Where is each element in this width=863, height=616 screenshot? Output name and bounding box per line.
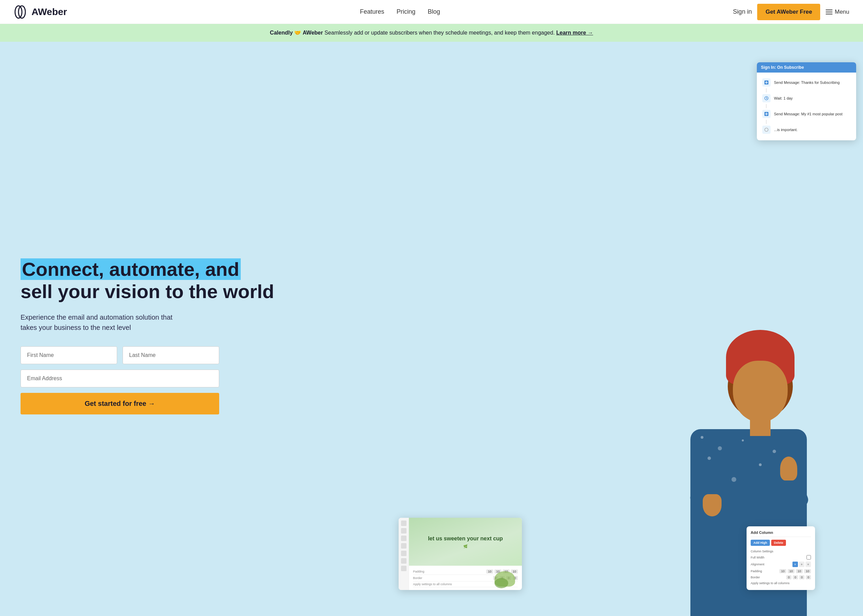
workflow-step-2: Wait: 1 day [762,93,851,104]
svg-point-5 [765,128,768,131]
tool-icon-7 [401,566,406,571]
hero-gradient-overlay [602,42,673,616]
nav-pricing[interactable]: Pricing [397,8,416,16]
full-width-toggle[interactable] [806,555,811,559]
hero-form: Get started for free → [20,346,219,415]
announcement-brand1: Calendly [270,30,293,36]
tool-icon-2 [401,528,406,534]
get-aweber-free-button[interactable]: Get AWeber Free [757,4,820,20]
email-builder-card: let us sweeten your next cup 🌿 Padding 1… [398,518,522,590]
hero-title-line2: sell your vision to the world [20,281,274,302]
workflow-step-3: Send Message: My #1 most popular post [762,108,851,120]
workflow-step-4: ...is important. [762,124,851,135]
delete-btn[interactable]: Delete [771,540,786,546]
logo-link[interactable]: AWeber [14,4,67,20]
add-column-btn[interactable]: Add High [751,540,770,546]
align-center-btn[interactable]: ≡ [799,562,805,567]
menu-button[interactable]: Menu [826,9,849,16]
builder-sidebar [398,518,409,590]
email-preview-title: let us sweeten your next cup [428,535,503,542]
announcement-text: Seamlessly add or update subscribers whe… [324,30,554,36]
hero-title: Connect, automate, andsell your vision t… [20,258,472,303]
hero-subtitle: Experience the email and automation solu… [20,312,472,333]
tool-icon-6 [401,558,406,564]
menu-label: Menu [835,9,849,16]
form-name-row [20,346,219,364]
workflow-step-1: Send Message: Thanks for Subscribing [762,77,851,88]
tool-icon-4 [401,543,406,548]
aweber-logo-icon [14,4,30,20]
announcement-banner: Calendly 🤝 AWeber Seamlessly add or upda… [0,24,863,42]
email-preview: let us sweeten your next cup 🌿 [409,518,522,566]
hero-section: Connect, automate, andsell your vision t… [0,42,863,616]
hamburger-icon [826,9,833,14]
navbar: AWeber Features Pricing Blog Sign in Get… [0,0,863,24]
hero-subtitle-line1: Experience the email and automation solu… [20,313,173,321]
logo-text: AWeber [31,6,67,17]
signin-button[interactable]: Sign in [733,8,752,16]
align-left-btn[interactable]: ≡ [792,562,798,567]
nav-blog[interactable]: Blog [428,8,440,16]
settings-actions: Add High Delete [751,540,811,546]
announcement-learn-more[interactable]: Learn more → [556,30,593,36]
last-name-input[interactable] [123,346,219,364]
workflow-header: Sign In: On Subscribe [757,62,856,72]
navbar-actions: Sign in Get AWeber Free Menu [733,4,849,20]
nav-features[interactable]: Features [360,8,384,16]
email-input[interactable] [20,369,219,387]
hero-title-highlight: Connect, automate, and [20,258,241,280]
builder-preview-area: let us sweeten your next cup 🌿 Padding 1… [409,518,522,590]
nav-links: Features Pricing Blog [360,8,440,16]
first-name-input[interactable] [20,346,117,364]
settings-panel-header: Add Column [751,530,811,537]
tool-icon-3 [401,536,406,541]
workflow-card: Sign In: On Subscribe Send Message: Than… [757,62,856,140]
hero-content: Connect, automate, andsell your vision t… [20,251,472,415]
tool-icon-1 [401,520,406,526]
tool-icon-5 [401,551,406,556]
column-settings-panel: Add Column Add High Delete Column Settin… [746,526,815,590]
align-right-btn[interactable]: ≡ [805,562,811,567]
announcement-brand2: AWeber [303,30,323,36]
cta-button[interactable]: Get started for free → [20,393,219,415]
hero-subtitle-line2: takes your business to the next level [20,324,131,331]
email-preview-sub: 🌿 [463,544,468,548]
